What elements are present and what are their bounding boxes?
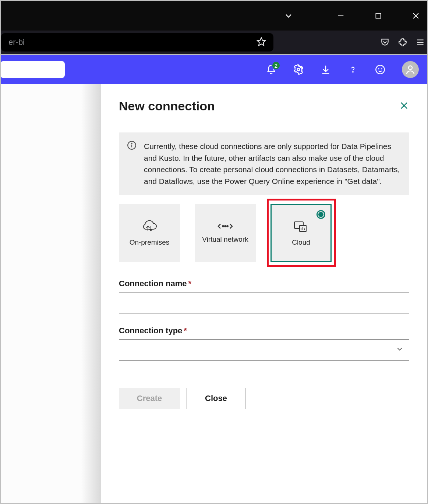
create-button[interactable]: Create — [119, 388, 180, 409]
help-icon[interactable] — [347, 64, 358, 75]
feedback-smiley-icon[interactable] — [375, 64, 386, 75]
required-star-icon: * — [184, 326, 187, 335]
svg-point-22 — [224, 226, 226, 227]
option-virtual-network[interactable]: Virtual network — [195, 204, 256, 262]
new-connection-panel: New connection Currently, these cloud co… — [101, 84, 427, 503]
svg-point-8 — [297, 68, 300, 71]
svg-marker-4 — [257, 38, 265, 46]
window-close-button[interactable] — [409, 9, 422, 22]
info-text: Currently, these cloud connections are o… — [144, 141, 401, 187]
svg-point-14 — [382, 68, 382, 69]
connection-name-input[interactable] — [119, 292, 409, 313]
address-bar[interactable]: er-bi — [1, 33, 273, 52]
background-workspace — [1, 84, 101, 503]
extensions-icon[interactable] — [396, 36, 409, 49]
cloud-data-icon — [293, 220, 309, 235]
window-titlebar — [1, 1, 427, 31]
info-icon — [127, 141, 137, 187]
svg-point-15 — [408, 66, 412, 70]
required-star-icon: * — [188, 279, 192, 288]
panel-title: New connection — [119, 99, 215, 113]
download-icon[interactable] — [320, 64, 331, 75]
settings-gear-icon[interactable] — [293, 64, 304, 75]
svg-point-11 — [353, 72, 353, 72]
radio-selected-icon — [316, 210, 325, 219]
option-on-premises[interactable]: On-premises — [119, 204, 180, 262]
network-icon — [217, 223, 234, 232]
window-maximize-button[interactable] — [372, 9, 385, 22]
hamburger-menu-icon[interactable] — [414, 36, 427, 49]
option-label: Virtual network — [202, 235, 248, 244]
cloud-gateway-icon — [141, 220, 158, 235]
svg-point-13 — [378, 68, 379, 69]
chevron-down-icon[interactable] — [282, 9, 295, 22]
option-label: On-premises — [130, 238, 170, 246]
connection-type-label: Connection type* — [119, 326, 409, 336]
svg-point-12 — [376, 65, 384, 74]
option-label: Cloud — [292, 238, 310, 246]
pocket-icon[interactable] — [378, 36, 392, 49]
connection-name-label: Connection name* — [119, 279, 409, 288]
notification-badge: 2 — [272, 61, 280, 70]
panel-close-button[interactable] — [399, 100, 409, 112]
option-cloud[interactable]: Cloud — [270, 204, 332, 262]
user-avatar[interactable] — [402, 61, 419, 78]
browser-toolbar: er-bi — [1, 31, 427, 55]
svg-point-21 — [222, 226, 223, 227]
svg-point-23 — [227, 226, 228, 227]
chevron-down-icon — [396, 345, 404, 355]
connection-type-select[interactable] — [119, 339, 409, 361]
notifications-icon[interactable]: 2 — [266, 64, 277, 75]
bookmark-star-icon[interactable] — [257, 37, 266, 48]
url-text: er-bi — [8, 38, 25, 47]
svg-point-20 — [131, 143, 132, 144]
close-button[interactable]: Close — [187, 388, 245, 409]
window-minimize-button[interactable] — [334, 9, 347, 22]
svg-rect-1 — [376, 13, 381, 18]
app-header: 2 — [1, 55, 427, 84]
info-banner: Currently, these cloud connections are o… — [119, 132, 409, 195]
search-box[interactable] — [0, 61, 65, 78]
